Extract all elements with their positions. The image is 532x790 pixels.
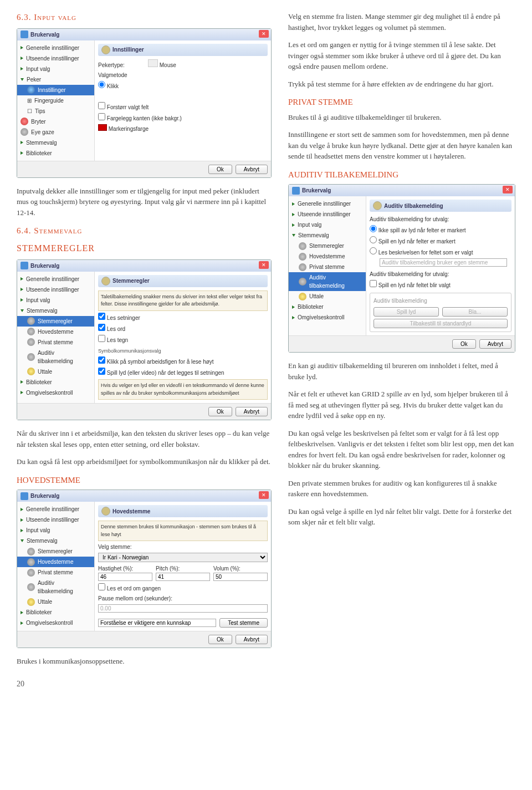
input-volum[interactable] <box>213 573 268 581</box>
check-les-tegn[interactable]: Les tegn <box>98 335 268 344</box>
side-tips[interactable]: ☐ Tips <box>17 106 94 116</box>
cancel-button[interactable]: Avbryt <box>479 339 511 349</box>
check-forstorr[interactable]: Forstørr valgt felt <box>98 102 268 111</box>
side-bryter[interactable]: Bryter <box>17 116 94 127</box>
label-velg-stemme: Velg stemme: <box>98 544 132 550</box>
cancel-button[interactable]: Avbryt <box>236 635 268 644</box>
tilbakestill-button[interactable]: Tilbakestill til standardlyd <box>374 319 508 328</box>
side-auditiv[interactable]: Auditiv tilbakemelding <box>17 348 94 366</box>
side-uttale[interactable]: Uttale <box>289 291 366 302</box>
side-auditiv[interactable]: Auditiv tilbakemelding <box>17 578 94 597</box>
ok-button[interactable]: Ok <box>208 407 232 416</box>
input-test-text[interactable] <box>98 619 216 627</box>
label-volum: Volum (%): <box>213 564 268 573</box>
side-utseende[interactable]: Utseende innstillinger <box>17 53 94 64</box>
side-stemmeregler[interactable]: Stemmeregler <box>289 241 366 251</box>
side-utseende[interactable]: Utseende innstillinger <box>289 209 366 220</box>
side-privat[interactable]: Privat stemme <box>17 337 94 348</box>
cancel-button[interactable]: Avbryt <box>236 407 268 416</box>
side-omgiv[interactable]: Omgivelseskontroll <box>289 312 366 323</box>
side-auditiv[interactable]: Auditiv tilbakemelding <box>289 272 366 291</box>
input-hint[interactable] <box>380 258 507 267</box>
close-icon[interactable]: ✕ <box>259 261 269 269</box>
mouse-icon <box>148 59 158 67</box>
input-pause[interactable] <box>98 604 268 613</box>
side-biblioteker[interactable]: Biblioteker <box>17 148 94 159</box>
side-uttale[interactable]: Uttale <box>17 597 94 607</box>
radio-les-beskrivelse[interactable]: Les beskrivelsen for feltet som er valgt <box>370 247 511 257</box>
color-swatch[interactable] <box>98 124 107 131</box>
side-input[interactable]: Input valg <box>17 525 94 536</box>
ok-button[interactable]: Ok <box>208 635 232 644</box>
side-input[interactable]: Input valg <box>17 295 94 305</box>
panel-hint: Hvis du velger en lyd eller en videofil … <box>98 379 268 400</box>
check-les-ordgang[interactable]: Les et ord om gangen <box>98 583 268 593</box>
side-omgiv[interactable]: Omgivelseskontroll <box>17 618 94 628</box>
para-bottom: Brukes i kommunikasjonsoppsettene. <box>17 656 272 667</box>
input-hastighet[interactable] <box>98 573 152 581</box>
close-icon[interactable]: ✕ <box>503 186 513 193</box>
label-markeringsfarge: Markeringsfarge <box>109 126 149 132</box>
radio-spill-lyd[interactable]: Spill en lyd når felter er markert <box>370 236 511 246</box>
mouse-text: Mouse <box>160 62 176 68</box>
side-generelle[interactable]: Generelle innstillinger <box>17 43 94 53</box>
side-input[interactable]: Input valg <box>17 64 94 74</box>
side-utseende[interactable]: Utseende innstillinger <box>17 514 94 525</box>
side-stemmeregler[interactable]: Stemmeregler <box>17 316 94 327</box>
side-omgiv[interactable]: Omgivelseskontroll <box>17 388 94 398</box>
section-6-3-title: 6.3. Input valg <box>17 11 272 24</box>
side-biblioteker[interactable]: Biblioteker <box>17 607 94 618</box>
label-hastighet: Hastighet (%): <box>98 564 152 573</box>
side-privat[interactable]: Privat stemme <box>289 262 366 272</box>
window-title: Brukervalg <box>289 185 515 196</box>
radio-klikk[interactable]: Klikk <box>98 81 268 90</box>
check-sym2[interactable]: Spill lyd (eller video) når det legges t… <box>98 368 268 377</box>
side-stemmevalg[interactable]: Stemmevalg <box>17 305 94 316</box>
check-fargelegg[interactable]: Fargelegg kanten (ikke bakgr.) <box>98 113 268 123</box>
title-text: Brukervalg <box>30 30 59 39</box>
side-biblioteker[interactable]: Biblioteker <box>17 377 94 388</box>
side-utseende[interactable]: Utseende innstillinger <box>17 284 94 295</box>
window-title: Brukervalg <box>17 29 271 40</box>
side-hovedstemme[interactable]: Hovedstemme <box>17 327 94 337</box>
radio-ikke-spill[interactable]: Ikke spill av lyd når felter er markert <box>370 225 511 235</box>
ok-button[interactable]: Ok <box>208 165 232 174</box>
spill-lyd-button[interactable]: Spill lyd <box>374 307 439 317</box>
side-input[interactable]: Input valg <box>289 220 366 230</box>
side-privat[interactable]: Privat stemme <box>17 567 94 578</box>
label-pitch: Pitch (%): <box>156 564 210 573</box>
window-title: Brukervalg <box>17 260 271 272</box>
cancel-button[interactable]: Avbryt <box>236 165 268 174</box>
para-r2: Les et ord om gangen er nyttig for å tvi… <box>288 39 515 72</box>
panel-desc: Taletilbakemelding snakker mens du skriv… <box>98 290 268 311</box>
side-stemmevalg[interactable]: Stemmevalg <box>289 230 366 241</box>
side-hovedstemme[interactable]: Hovedstemme <box>17 557 94 567</box>
test-stemme-button[interactable]: Test stemme <box>219 618 268 628</box>
close-icon[interactable]: ✕ <box>259 491 269 499</box>
side-peker[interactable]: Peker <box>17 74 94 85</box>
side-generelle[interactable]: Generelle innstillinger <box>289 198 366 209</box>
bla-button[interactable]: Bla... <box>442 307 508 317</box>
heading-stemmeregler: STEMMEREGLER <box>17 242 272 255</box>
side-stemmeregler[interactable]: Stemmeregler <box>17 546 94 557</box>
side-generelle[interactable]: Generelle innstillinger <box>17 504 94 514</box>
check-sym1[interactable]: Klikk på symbol arbeidsfigen for å lese … <box>98 356 268 366</box>
side-stemmevalg[interactable]: Stemmevalg <box>17 137 94 148</box>
window-auditiv: Brukervalg ✕ Generelle innstillinger Uts… <box>288 184 515 353</box>
side-hovedstemme[interactable]: Hovedstemme <box>289 251 366 262</box>
side-generelle[interactable]: Generelle innstillinger <box>17 274 94 284</box>
check-spill-valgt[interactable]: Spill en lyd når feltet blir valgt <box>370 280 511 289</box>
check-les-ord[interactable]: Les ord <box>98 324 268 333</box>
ok-button[interactable]: Ok <box>452 339 476 349</box>
side-innstillinger[interactable]: Innstillinger <box>17 85 94 95</box>
side-stemmevalg[interactable]: Stemmevalg <box>17 536 94 546</box>
input-pitch[interactable] <box>156 573 210 581</box>
side-uttale[interactable]: Uttale <box>17 366 94 377</box>
side-biblioteker[interactable]: Biblioteker <box>289 302 366 312</box>
close-icon[interactable]: ✕ <box>259 30 269 38</box>
para-r6: En kan gi auditiv tilbakemelding til bru… <box>288 360 515 382</box>
check-les-setninger[interactable]: Les setninger <box>98 313 268 322</box>
side-eyegaze[interactable]: Eye gaze <box>17 127 94 137</box>
side-fingerguide[interactable]: ⊞ Fingerguide <box>17 95 94 106</box>
select-stemme[interactable]: Ir Kari - Norwegian <box>98 553 268 562</box>
